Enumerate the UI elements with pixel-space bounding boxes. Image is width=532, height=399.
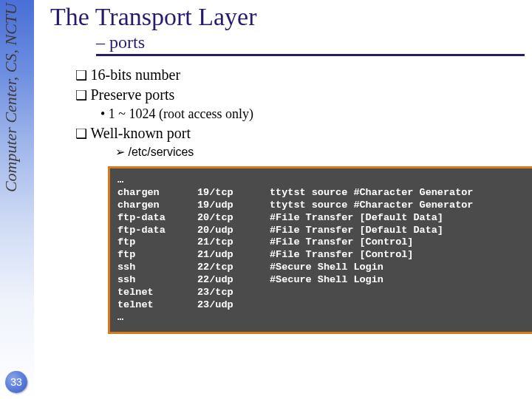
service-desc-cell: #Secure Shell Login [270, 274, 486, 287]
service-port-cell: 23/udp [197, 299, 270, 312]
service-name-cell: ftp-data [117, 225, 197, 237]
services-row: ftp-data20/tcp#File Transfer [Default Da… [117, 212, 486, 225]
slide-number-badge: 33 [5, 371, 27, 393]
service-port-cell: 19/tcp [197, 187, 270, 200]
slide-title: The Transport Layer [50, 3, 525, 31]
services-row: chargen19/tcp ttytst source #Character G… [117, 187, 486, 200]
service-port-cell: 22/udp [197, 274, 270, 287]
service-port-cell: 21/tcp [197, 236, 270, 249]
bullet-preserve-ports: Preserve ports 1 ~ 1024 (root access onl… [75, 86, 525, 122]
services-row: ftp-data20/udp#File Transfer [Default Da… [117, 225, 486, 237]
service-port-cell: 23/tcp [197, 287, 270, 299]
service-desc-cell [270, 287, 486, 299]
service-name-cell: ftp-data [117, 212, 197, 225]
bullet-16bits: 16-bits number [75, 66, 525, 83]
subbullet-etc-services: /etc/services [115, 145, 525, 159]
services-row: ssh22/tcp#Secure Shell Login [117, 262, 486, 274]
service-port-cell: 20/udp [197, 225, 270, 237]
service-name-cell: chargen [117, 200, 197, 212]
service-desc-cell [270, 299, 486, 312]
services-row: telnet23/udp [117, 299, 486, 312]
service-desc-cell: #File Transfer [Control] [270, 249, 486, 262]
service-desc-cell: ttytst source #Character Generator [270, 187, 486, 200]
slide-content: The Transport Layer – ports 16-bits numb… [50, 3, 525, 334]
service-name-cell: ssh [117, 274, 197, 287]
service-desc-cell: #File Transfer [Default Data] [270, 212, 486, 225]
slide-subtitle: – ports [96, 33, 145, 52]
service-name-cell: telnet [117, 299, 197, 312]
service-desc-cell: #Secure Shell Login [270, 262, 486, 274]
service-port-cell: 20/tcp [197, 212, 270, 225]
service-desc-cell: #File Transfer [Control] [270, 236, 486, 249]
services-row: ftp21/udp#File Transfer [Control] [117, 249, 486, 262]
service-desc-cell: ttytst source #Character Generator [270, 200, 486, 212]
bullet-well-known-port-label: Well-known port [91, 125, 191, 141]
services-row: ftp21/tcp#File Transfer [Control] [117, 236, 486, 249]
affiliation-vertical-text: Computer Center, CS, NCTU [1, 3, 31, 192]
service-name-cell: ftp [117, 249, 197, 262]
services-row: … [117, 312, 486, 324]
subbullet-root-access: 1 ~ 1024 (root access only) [100, 106, 525, 122]
services-row: telnet23/tcp [117, 287, 486, 299]
bullet-preserve-ports-label: Preserve ports [91, 86, 175, 103]
code-ellipsis-top: … [117, 174, 531, 187]
service-port-cell: 19/udp [197, 200, 270, 212]
code-ellipsis-bottom: … [117, 312, 486, 324]
service-name-cell: ftp [117, 236, 197, 249]
services-code-box: … chargen19/tcp ttytst source #Character… [108, 166, 532, 334]
services-row: chargen19/udp ttytst source #Character G… [117, 200, 486, 212]
service-name-cell: chargen [117, 187, 197, 200]
services-row: ssh22/udp#Secure Shell Login [117, 274, 486, 287]
bullet-well-known-port: Well-known port /etc/services [75, 125, 525, 159]
title-underline [96, 54, 525, 56]
service-port-cell: 22/tcp [197, 262, 270, 274]
services-table: chargen19/tcp ttytst source #Character G… [117, 187, 486, 324]
left-gradient-bar: Computer Center, CS, NCTU [0, 0, 34, 399]
service-name-cell: ssh [117, 262, 197, 274]
service-port-cell: 21/udp [197, 249, 270, 262]
service-name-cell: telnet [117, 287, 197, 299]
service-desc-cell: #File Transfer [Default Data] [270, 225, 486, 237]
bullet-list: 16-bits number Preserve ports 1 ~ 1024 (… [75, 66, 525, 159]
